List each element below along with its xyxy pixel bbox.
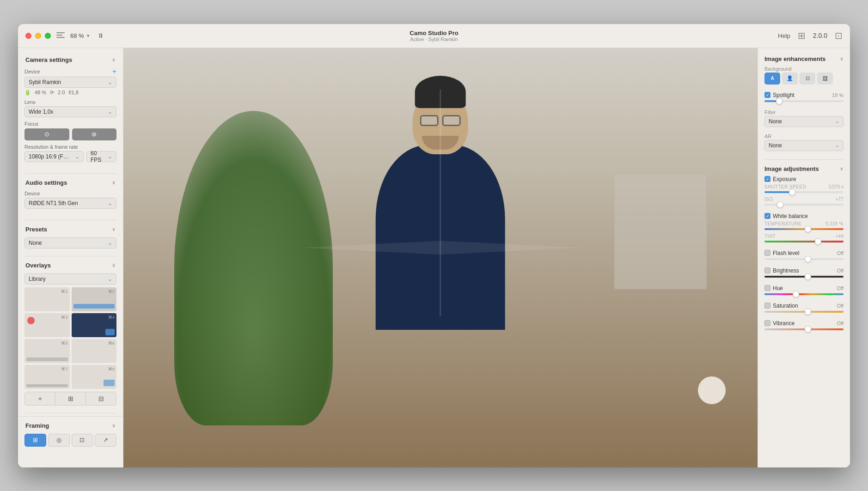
help-button[interactable]: Help bbox=[778, 32, 790, 39]
overlay-item-7[interactable]: ⌘7 bbox=[24, 365, 70, 389]
hue-thumb[interactable] bbox=[793, 291, 799, 297]
overlay-layers-button[interactable]: ⊟ bbox=[86, 392, 116, 405]
fps-select[interactable]: 60 FPS ⌄ bbox=[86, 151, 116, 162]
bg-option-replace[interactable]: 🖼 bbox=[817, 73, 833, 85]
vibrance-slider[interactable] bbox=[764, 328, 844, 330]
overlays-library-select[interactable]: Library ⌄ bbox=[24, 273, 116, 285]
focus-auto-button[interactable]: ⊙ bbox=[24, 128, 69, 140]
device-chevron: ⌄ bbox=[108, 79, 112, 85]
overlay-grid-button[interactable]: ⊞ bbox=[55, 392, 86, 405]
spotlight-slider[interactable] bbox=[764, 100, 844, 102]
iso-thumb[interactable] bbox=[777, 201, 783, 208]
spotlight-checkbox[interactable]: ✓ bbox=[764, 92, 770, 98]
bg-option-blur[interactable]: ⊡ bbox=[800, 73, 815, 85]
audio-device-label: Device bbox=[24, 191, 116, 196]
tint-thumb[interactable] bbox=[815, 238, 821, 245]
close-button[interactable] bbox=[25, 33, 31, 39]
minimize-button[interactable] bbox=[35, 33, 41, 39]
left-sidebar: Camera settings ∨ Device + Sybil Ramkin … bbox=[18, 48, 123, 467]
add-device-button[interactable]: + bbox=[112, 68, 116, 75]
resolution-field: Resolution & frame rate 1080p 16:9 (F… ⌄… bbox=[24, 144, 116, 162]
shutter-speed-label: SHUTTER SPEED bbox=[764, 184, 806, 189]
framing-btn-2[interactable]: ◎ bbox=[48, 434, 70, 447]
overlay-item-4[interactable]: ⌘4 bbox=[72, 313, 117, 337]
exposure-checkbox[interactable]: ✓ bbox=[764, 176, 770, 182]
expand-button[interactable]: ⊡ bbox=[835, 30, 843, 41]
shutter-speed-value: 1/370 s bbox=[828, 184, 844, 189]
bg-option-auto[interactable]: A bbox=[764, 73, 780, 85]
camera-settings-header[interactable]: Camera settings ∨ bbox=[18, 54, 123, 66]
vibrance-row: Vibrance Off bbox=[764, 320, 844, 327]
image-enhancements-title: Image enhancements bbox=[764, 55, 825, 62]
overlay-add-button[interactable]: + bbox=[25, 392, 55, 405]
filter-select[interactable]: None ⌄ bbox=[764, 116, 844, 127]
framing-btn-3[interactable]: ⊡ bbox=[72, 434, 93, 447]
flash-level-value: Off bbox=[837, 250, 844, 256]
brightness-thumb[interactable] bbox=[805, 273, 811, 280]
tint-row: TINT +44 bbox=[764, 234, 844, 239]
ar-select[interactable]: None ⌄ bbox=[764, 140, 844, 151]
saturation-thumb[interactable] bbox=[805, 309, 811, 315]
temperature-slider[interactable] bbox=[764, 228, 844, 230]
device-field: Device + Sybil Ramkin ⌄ 🔋48 % ⟳2.0 f/1,8 bbox=[24, 68, 116, 96]
audio-device-field: Device RØDE NT1 5th Gen ⌄ bbox=[24, 191, 116, 209]
framing-btn-1[interactable]: ⊞ bbox=[24, 434, 46, 447]
brightness-checkbox[interactable] bbox=[764, 267, 770, 273]
overlay-item-2[interactable]: ⌘2 bbox=[72, 287, 117, 311]
device-select[interactable]: Sybil Ramkin ⌄ bbox=[24, 77, 116, 88]
temperature-row: TEMPERATURE 5 219 °K bbox=[764, 221, 844, 226]
iso-slider[interactable] bbox=[764, 204, 844, 206]
audio-settings-header[interactable]: Audio settings ∨ bbox=[18, 176, 123, 189]
sidebar-toggle-button[interactable] bbox=[56, 32, 65, 39]
overlay-item-1[interactable]: ⌘1 bbox=[24, 287, 70, 311]
bg-option-portrait[interactable]: 👤 bbox=[782, 73, 798, 85]
overlay-item-3[interactable]: ⌘3 bbox=[24, 313, 70, 337]
vibrance-label: Vibrance bbox=[764, 320, 795, 327]
tint-slider[interactable] bbox=[764, 241, 844, 242]
maximize-button[interactable] bbox=[45, 33, 51, 39]
flash-level-thumb[interactable] bbox=[805, 256, 811, 262]
spotlight-thumb[interactable] bbox=[776, 98, 782, 104]
brightness-slider[interactable] bbox=[764, 276, 844, 278]
lens-select[interactable]: Wide 1,0x ⌄ bbox=[24, 106, 116, 117]
presets-header[interactable]: Presets ∨ bbox=[18, 223, 123, 236]
overlay-actions: + ⊞ ⊟ bbox=[24, 392, 116, 406]
overlay-item-8[interactable]: ⌘8 bbox=[72, 365, 117, 389]
resolution-select[interactable]: 1080p 16:9 (F… ⌄ bbox=[24, 151, 84, 162]
framing-header[interactable]: Framing ∨ bbox=[18, 419, 123, 432]
shutter-speed-thumb[interactable] bbox=[789, 189, 795, 195]
overlay-item-5[interactable]: ⌘5 bbox=[24, 339, 70, 363]
framing-btn-4[interactable]: ↗ bbox=[95, 434, 116, 447]
presets-title: Presets bbox=[25, 226, 47, 233]
overlays-header[interactable]: Overlays ∨ bbox=[18, 259, 123, 272]
pause-button[interactable]: ⏸ bbox=[96, 31, 105, 40]
resolution-label: Resolution & frame rate bbox=[24, 144, 116, 150]
layout-toggle[interactable]: ⊞ bbox=[798, 30, 806, 41]
saturation-checkbox[interactable] bbox=[764, 303, 770, 309]
flash-level-slider[interactable] bbox=[764, 258, 844, 260]
shutter-speed-slider[interactable] bbox=[764, 191, 844, 193]
image-adjustments-header[interactable]: Image adjustments ∨ bbox=[758, 163, 850, 175]
background-label: Background bbox=[764, 66, 844, 72]
saturation-slider[interactable] bbox=[764, 311, 844, 313]
zoom-control[interactable]: 68 % ▼ bbox=[70, 32, 91, 39]
image-enhancements-header[interactable]: Image enhancements ∨ bbox=[758, 53, 850, 65]
focus-manual-button[interactable]: ⊚ bbox=[72, 128, 117, 140]
audio-device-select[interactable]: RØDE NT1 5th Gen ⌄ bbox=[24, 198, 116, 209]
flash-level-checkbox[interactable] bbox=[764, 250, 770, 256]
presets-select[interactable]: None ⌄ bbox=[24, 237, 116, 249]
framing-title: Framing bbox=[25, 422, 49, 429]
overlay-item-6[interactable]: ⌘6 bbox=[72, 339, 117, 363]
shutter-speed-row: SHUTTER SPEED 1/370 s bbox=[764, 184, 844, 189]
vibrance-thumb[interactable] bbox=[805, 326, 811, 333]
white-balance-checkbox[interactable]: ✓ bbox=[764, 213, 770, 219]
hue-checkbox[interactable] bbox=[764, 285, 770, 291]
temperature-thumb[interactable] bbox=[805, 226, 811, 232]
person-body bbox=[376, 145, 505, 330]
vibrance-checkbox[interactable] bbox=[764, 320, 770, 326]
hue-slider[interactable] bbox=[764, 293, 844, 295]
image-enhancements-chevron: ∨ bbox=[840, 56, 844, 62]
brightness-value: Off bbox=[837, 268, 844, 273]
iso-value: +77 bbox=[836, 197, 844, 202]
focus-controls: ⊙ ⊚ bbox=[24, 128, 116, 140]
